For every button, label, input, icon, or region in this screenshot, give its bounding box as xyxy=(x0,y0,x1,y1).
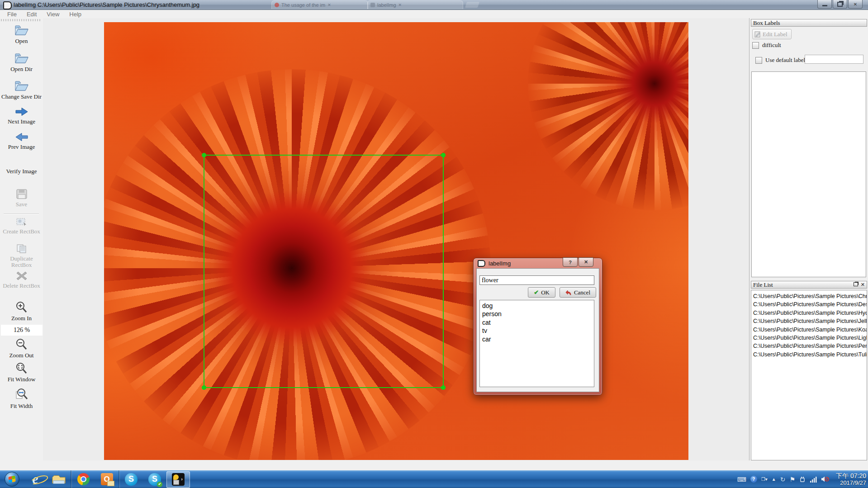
file-list-item[interactable]: C:\Users\Public\Pictures\Sample Pictures… xyxy=(751,351,867,359)
default-label-input[interactable] xyxy=(805,55,863,64)
fit-window-button[interactable]: Fit Window xyxy=(0,362,43,383)
help-tray-icon[interactable]: ? xyxy=(750,476,757,483)
delete-x-icon xyxy=(0,271,43,281)
change-save-dir-button[interactable]: Change Save Dir xyxy=(0,80,43,100)
file-list-item[interactable]: C:\Users\Public\Pictures\Sample Pictures… xyxy=(751,334,867,342)
file-list-panel-header[interactable]: File List ✕ xyxy=(751,281,867,289)
menu-view[interactable]: View xyxy=(42,11,64,18)
minimize-button[interactable] xyxy=(817,0,832,9)
menu-file[interactable]: File xyxy=(3,11,21,18)
labelimg-taskbar-button[interactable]: › xyxy=(166,471,190,488)
duplicate-icon xyxy=(0,244,43,254)
close-button[interactable]: ✕ xyxy=(848,0,863,9)
verify-image-button[interactable]: Verify Image xyxy=(0,168,43,175)
label-option[interactable]: tv xyxy=(482,327,594,335)
outlook-button[interactable]: O xyxy=(95,470,119,488)
power-plug-icon[interactable] xyxy=(799,476,806,483)
file-list-item[interactable]: C:\Users\Public\Pictures\Sample Pictures… xyxy=(751,317,867,325)
network-signal-icon[interactable] xyxy=(810,476,817,483)
chrome-button[interactable] xyxy=(71,470,95,488)
next-image-button[interactable]: Next Image xyxy=(0,107,43,125)
create-rectbox-button[interactable]: Create RectBox xyxy=(0,218,43,235)
folder-open-icon xyxy=(0,52,43,64)
label-name-input[interactable] xyxy=(479,275,594,285)
box-labels-list[interactable] xyxy=(751,71,866,277)
tab-label: The usage of the im xyxy=(281,2,325,8)
box-labels-panel-header[interactable]: Box Labels xyxy=(751,19,867,27)
tab-close-icon[interactable]: ✕ xyxy=(398,3,402,7)
start-button[interactable] xyxy=(0,470,24,488)
cancel-button[interactable]: Cancel xyxy=(560,287,596,298)
restore-icon xyxy=(837,2,843,7)
file-list-item[interactable]: C:\Users\Public\Pictures\Sample Pictures… xyxy=(751,300,867,308)
show-hidden-icons-button[interactable]: ▲ xyxy=(772,477,776,482)
action-center-flag-icon[interactable]: ⚑ xyxy=(790,476,796,483)
keyboard-tray-icon[interactable]: ⌨ xyxy=(737,476,746,483)
zoom-level-spinbox[interactable]: 126 % xyxy=(1,325,43,336)
image-canvas[interactable] xyxy=(43,18,749,460)
toolbar-drag-handle[interactable] xyxy=(1,19,42,21)
bbox-handle-bottom-right[interactable] xyxy=(441,385,446,390)
fit-window-icon xyxy=(0,362,43,374)
file-list-item[interactable]: C:\Users\Public\Pictures\Sample Pictures… xyxy=(751,292,867,300)
menu-edit[interactable]: Edit xyxy=(22,11,41,18)
bbox-handle-top-left[interactable] xyxy=(202,153,206,157)
internet-explorer-button[interactable]: e xyxy=(24,470,47,488)
file-list-item[interactable]: C:\Users\Public\Pictures\Sample Pictures… xyxy=(751,326,867,334)
floppy-icon xyxy=(0,189,43,199)
dialog-app-icon xyxy=(478,260,485,267)
zoom-out-button[interactable]: Zoom Out xyxy=(0,338,43,359)
sync-tray-icon[interactable]: ↻ xyxy=(780,476,786,483)
open-button[interactable]: Open xyxy=(0,24,43,44)
edit-label-button[interactable]: Edit Label xyxy=(752,29,792,39)
tool-label: Duplicate RectBox xyxy=(0,256,43,268)
skype-button[interactable]: S xyxy=(119,470,143,488)
windows-explorer-button[interactable] xyxy=(47,470,71,488)
delete-rectbox-button[interactable]: Delete RectBox xyxy=(0,271,43,289)
label-option[interactable]: car xyxy=(482,335,594,343)
labelimg-app-icon xyxy=(3,1,12,9)
tool-label: Open xyxy=(0,38,43,44)
panel-float-icon[interactable] xyxy=(854,282,858,287)
restore-window-tray-icon[interactable]: ❒▾ xyxy=(761,477,768,482)
restore-button[interactable] xyxy=(833,0,847,9)
tool-label: Delete RectBox xyxy=(0,283,43,289)
bbox-handle-top-right[interactable] xyxy=(441,153,446,157)
label-option[interactable]: cat xyxy=(482,318,594,327)
dialog-close-button[interactable]: ✕ xyxy=(579,257,593,267)
label-options-list: dog person cat tv car xyxy=(479,300,594,387)
skype-online-button[interactable]: S✔ xyxy=(143,470,166,488)
ok-button[interactable]: ✔ OK xyxy=(528,287,555,298)
outlook-icon: O xyxy=(101,473,113,485)
flower-top-right xyxy=(528,22,688,210)
panel-close-icon[interactable]: ✕ xyxy=(861,282,865,287)
background-browser-tab-2[interactable]: labelImg ✕ xyxy=(367,0,463,9)
label-option[interactable]: dog xyxy=(482,302,594,310)
save-button[interactable]: Save xyxy=(0,189,43,208)
use-default-label-checkbox[interactable] xyxy=(755,57,762,64)
zoom-in-button[interactable]: Zoom In xyxy=(0,301,43,322)
prev-image-button[interactable]: Prev Image xyxy=(0,132,43,150)
skype-icon: S✔ xyxy=(148,473,161,486)
new-tab-button[interactable] xyxy=(465,2,479,8)
difficult-checkbox[interactable] xyxy=(752,42,759,49)
use-default-label-row: Use default label xyxy=(755,57,805,64)
clock-time: 下午 07:20 xyxy=(836,472,866,479)
label-option[interactable]: person xyxy=(482,310,594,318)
file-list-item[interactable]: C:\Users\Public\Pictures\Sample Pictures… xyxy=(751,309,867,317)
bbox-handle-bottom-left[interactable] xyxy=(202,385,206,390)
tool-label: Verify Image xyxy=(0,168,43,175)
volume-muted-icon[interactable] xyxy=(821,476,829,483)
tab-close-icon[interactable]: ✕ xyxy=(327,3,331,7)
taskbar-clock[interactable]: 下午 07:20 2017/9/27 xyxy=(836,472,866,487)
open-dir-button[interactable]: Open Dir xyxy=(0,52,43,72)
duplicate-rectbox-button[interactable]: Duplicate RectBox xyxy=(0,244,43,268)
fit-width-button[interactable]: Fit Width xyxy=(0,388,43,409)
zoom-out-icon xyxy=(0,338,43,351)
tool-label: Create RectBox xyxy=(0,228,43,235)
dialog-help-button[interactable]: ? xyxy=(563,257,578,267)
annotation-bounding-box[interactable] xyxy=(204,155,444,388)
file-list-item[interactable]: C:\Users\Public\Pictures\Sample Pictures… xyxy=(751,342,867,350)
background-browser-tab-1[interactable]: The usage of the im ✕ xyxy=(271,0,368,9)
menu-help[interactable]: Help xyxy=(65,11,86,18)
